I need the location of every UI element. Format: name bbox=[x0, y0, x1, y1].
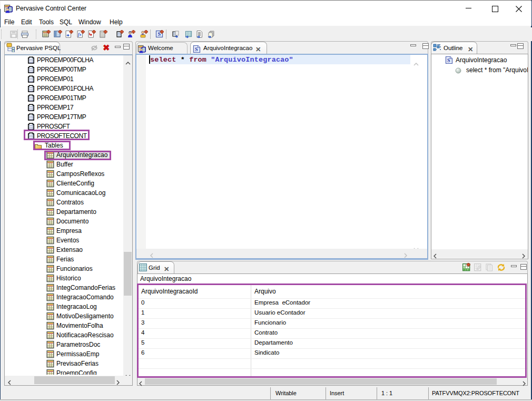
svg-text:S: S bbox=[195, 46, 198, 52]
svg-text:fx: fx bbox=[78, 32, 82, 37]
svg-text:S: S bbox=[447, 57, 450, 63]
